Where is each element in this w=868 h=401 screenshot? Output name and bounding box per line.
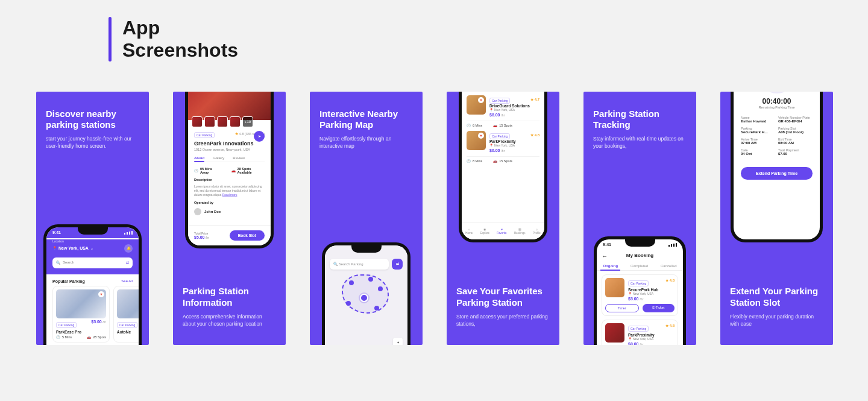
heart-icon[interactable]: ♥: [478, 97, 484, 103]
location-label: Location: [52, 239, 133, 243]
parking-card[interactable]: ♥ Car Parking$5.00 /hr ParkEase Pro 🕐5 M…: [52, 286, 110, 343]
heading-line2: Screenshots: [122, 39, 238, 62]
panel-detail: +10 Car Parking ★ 4.8 (365 reviews) Gree…: [173, 92, 286, 345]
heart-icon[interactable]: ♥: [478, 133, 484, 139]
bell-icon[interactable]: 🔔: [124, 244, 133, 253]
favorite-card[interactable]: ♥ Car Parking★ 4.8 ParkProximity 📍New Yo…: [467, 127, 539, 157]
section-heading: App Screenshots: [108, 17, 760, 62]
chevron-down-icon[interactable]: ⌄: [90, 246, 93, 250]
heart-icon[interactable]: ♥: [98, 291, 104, 297]
panel-home: Discover nearby parking stations start y…: [36, 92, 149, 345]
map-pin-icon[interactable]: [378, 286, 383, 291]
panel-extend: 00:40:00 Remaining Parking Time NameEsth…: [720, 92, 833, 345]
search-input[interactable]: 🔍 Search ⇄: [52, 257, 133, 268]
pin-icon: 📍: [52, 246, 57, 250]
extend-time-button[interactable]: Extend Parking Time: [741, 167, 813, 180]
panel-subtitle: Store and access your preferred parking …: [456, 314, 550, 328]
map-pin-icon[interactable]: [349, 280, 354, 285]
nav-explore[interactable]: ◉Explore: [480, 228, 489, 235]
panel-title: Interactive Nearby Parking Map: [319, 109, 413, 131]
phone-mockup: 9:41 Location 📍 New York, USA ⌄ 🔔: [43, 224, 142, 345]
booking-action-button[interactable]: Timer: [605, 304, 639, 312]
panel-subtitle: Stay informed with real-time updates on …: [593, 136, 687, 150]
station-address: 1012 Ocean avenue, New yourk, USA: [194, 148, 265, 151]
panel-subtitle: start your journey hassle-free with our …: [46, 136, 139, 150]
panel-subtitle: Access comprehensive information about y…: [183, 314, 276, 328]
tab-review[interactable]: Review: [233, 156, 245, 160]
explore-icon: ◉: [483, 228, 486, 231]
booking-card[interactable]: Car Parking★ 4.8 ParkProximity 📍New York…: [602, 320, 678, 345]
map-pin-icon[interactable]: [368, 277, 373, 282]
search-icon: 🔍: [56, 260, 60, 265]
panel-title: Parking Station Information: [183, 286, 276, 309]
map-pin-icon[interactable]: [374, 306, 379, 311]
timer-value: 00:40:00: [734, 97, 820, 106]
status-time: 9:41: [52, 230, 61, 235]
search-placeholder: Search: [63, 260, 74, 265]
nav-home[interactable]: ⌂Home: [465, 228, 473, 235]
navigate-icon[interactable]: ➤: [254, 131, 265, 142]
panel-subtitle: Navigate effortlessly through an interac…: [319, 136, 413, 150]
tab-gallery[interactable]: Gallery: [213, 156, 224, 160]
bottom-nav: ⌂Home ◉Explore ♥Favorite ▦Bookings ☺Prof…: [462, 223, 544, 239]
nav-bookings[interactable]: ▦Bookings: [514, 228, 526, 235]
more-photos[interactable]: +10: [242, 116, 253, 127]
nav-profile[interactable]: ☺Profile: [533, 228, 541, 235]
nav-favorite[interactable]: ♥Favorite: [497, 228, 506, 235]
panel-map: Interactive Nearby Parking Map Navigate …: [310, 92, 423, 345]
home-icon: ⌂: [468, 228, 470, 231]
compass-icon[interactable]: ✦: [393, 338, 403, 345]
favorite-card[interactable]: ♥ Car Parking★ 4.7 DriveGuard Solutions …: [467, 92, 539, 121]
tab-ongoing[interactable]: Ongoing: [603, 264, 618, 268]
back-button[interactable]: ←: [602, 253, 608, 259]
avatar: [194, 208, 201, 215]
screen-title: My Booking: [603, 253, 677, 258]
current-location-icon[interactable]: [359, 292, 370, 303]
panel-subtitle: Flexibly extend your parking duration wi…: [730, 314, 823, 328]
station-name: GreenPark Innovations: [194, 141, 265, 147]
heart-icon: ♥: [501, 228, 503, 231]
panel-title: Discover nearby parking stations: [46, 109, 139, 131]
user-icon: ☺: [535, 228, 538, 231]
search-icon: 🔍: [333, 262, 338, 266]
book-slot-button[interactable]: Book Slot: [230, 230, 265, 241]
map-pin-icon[interactable]: [346, 301, 351, 306]
tab-about[interactable]: About: [194, 156, 204, 160]
eticket-button[interactable]: E-Ticket: [643, 304, 675, 312]
see-all-link[interactable]: See All: [121, 279, 133, 283]
cover-image: +10: [188, 92, 271, 120]
tab-completed[interactable]: Completed: [631, 264, 648, 268]
car-icon: 🚗: [231, 169, 236, 172]
calendar-icon: ▦: [518, 228, 521, 231]
filter-button[interactable]: ⇄: [392, 259, 403, 270]
booking-card[interactable]: Car Parking★ 4.8 SecurePark Hub 📍New Yor…: [602, 274, 678, 316]
timer-gauge: [758, 92, 796, 93]
status-time: 9:41: [603, 242, 611, 247]
read-more-link[interactable]: Read more: [222, 193, 237, 197]
filter-icon[interactable]: ⇄: [126, 260, 129, 265]
clock-icon: 🕐: [194, 169, 198, 172]
panel-title: Extend Your Parking Station Slot: [730, 286, 823, 309]
panel-favorites: ♥ Car Parking★ 4.8 SecurePark Hub 📍New Y…: [447, 92, 559, 345]
parking-card[interactable]: ♥ Car Parking$5.00 AutoNe: [113, 286, 139, 343]
panel-booking: Parking Station Tracking Stay informed w…: [583, 92, 696, 345]
panel-title: Save Your Favorites Parking Station: [456, 286, 550, 309]
popular-title: Popular Parking: [52, 279, 85, 283]
heading-accent-bar: [108, 17, 112, 62]
heading-line1: App: [122, 17, 238, 39]
tab-cancelled[interactable]: Cancelled: [661, 264, 677, 268]
search-input[interactable]: 🔍 Search Parking: [330, 259, 389, 270]
location-value[interactable]: New York, USA: [58, 246, 89, 250]
panel-title: Parking Station Tracking: [593, 109, 687, 131]
